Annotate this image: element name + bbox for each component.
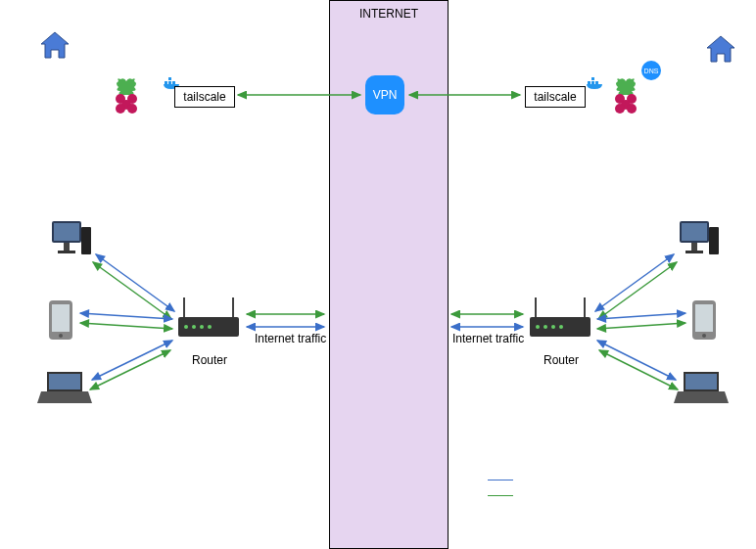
svg-rect-44: [691, 243, 697, 251]
raspberry-pi-icon: [111, 77, 142, 116]
svg-point-23: [184, 325, 188, 329]
svg-line-59: [80, 323, 172, 329]
svg-line-56: [96, 254, 174, 311]
svg-rect-46: [709, 227, 719, 254]
svg-rect-19: [591, 77, 594, 80]
svg-rect-29: [64, 243, 70, 251]
home-icon: [37, 28, 72, 64]
svg-rect-45: [685, 251, 703, 253]
dns-badge-icon: DNS: [640, 60, 662, 81]
legend-line-blue: [488, 480, 513, 480]
svg-point-38: [536, 325, 540, 329]
svg-rect-17: [591, 81, 594, 84]
diagram-canvas: INTERNET VPN tailscale DNS: [0, 0, 756, 549]
svg-line-64: [597, 313, 685, 319]
svg-rect-31: [81, 227, 91, 254]
svg-point-3: [116, 104, 125, 114]
svg-rect-16: [588, 81, 591, 84]
svg-text:DNS: DNS: [644, 68, 659, 74]
svg-point-25: [200, 325, 204, 329]
svg-line-66: [597, 341, 676, 380]
svg-point-40: [551, 325, 555, 329]
svg-rect-6: [168, 81, 171, 84]
svg-line-62: [595, 254, 674, 311]
traffic-label-left: Internet traffic: [255, 332, 326, 345]
svg-rect-7: [172, 81, 175, 84]
svg-point-39: [543, 325, 547, 329]
svg-rect-18: [595, 81, 598, 84]
desktop-icon: [674, 217, 723, 266]
laptop-icon: [672, 368, 731, 407]
svg-line-57: [93, 262, 171, 319]
svg-point-34: [59, 334, 63, 338]
svg-rect-48: [695, 304, 713, 332]
svg-line-58: [80, 313, 172, 319]
tailscale-label-left: tailscale: [183, 90, 225, 104]
vpn-node: VPN: [365, 75, 404, 114]
svg-rect-43: [682, 223, 707, 241]
router-icon: [174, 296, 243, 344]
raspberry-pi-icon: [610, 77, 641, 116]
svg-point-24: [192, 325, 196, 329]
phone-icon: [46, 298, 75, 342]
svg-line-65: [597, 323, 685, 329]
home-icon: [703, 32, 738, 68]
traffic-label-right: Internet traffic: [452, 332, 524, 345]
tailscale-box-right: tailscale: [525, 86, 586, 108]
svg-rect-30: [58, 251, 75, 253]
svg-rect-33: [52, 304, 70, 332]
svg-rect-8: [168, 77, 171, 80]
internet-label: INTERNET: [359, 7, 418, 21]
svg-point-49: [702, 334, 706, 338]
svg-point-12: [615, 104, 625, 114]
desktop-icon: [46, 217, 95, 266]
tailscale-box-left: tailscale: [174, 86, 235, 108]
svg-line-67: [599, 350, 678, 389]
svg-point-13: [627, 104, 637, 114]
svg-rect-28: [54, 223, 79, 241]
svg-point-41: [559, 325, 563, 329]
router-icon: [526, 296, 594, 344]
docker-icon: [585, 75, 606, 91]
phone-icon: [689, 298, 719, 342]
svg-line-63: [598, 262, 677, 319]
legend-line-green: [488, 495, 513, 496]
router-label-right: Router: [543, 353, 579, 367]
svg-point-4: [127, 104, 137, 114]
router-label-left: Router: [192, 353, 227, 367]
svg-line-60: [92, 341, 172, 380]
svg-line-61: [90, 350, 170, 389]
laptop-icon: [35, 368, 94, 407]
vpn-label: VPN: [373, 88, 398, 102]
tailscale-label-right: tailscale: [534, 90, 576, 104]
svg-point-26: [208, 325, 212, 329]
svg-rect-5: [165, 81, 167, 84]
